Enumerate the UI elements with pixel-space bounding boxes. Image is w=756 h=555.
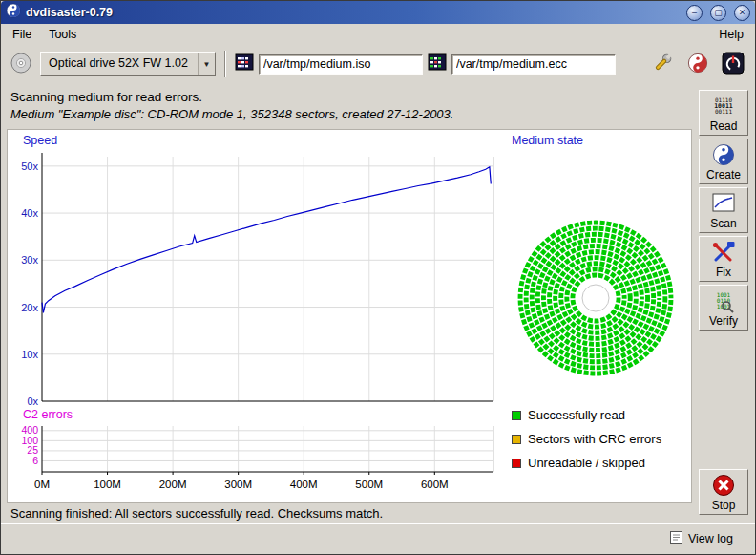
headline-line2: Medium "Example disc": CD-ROM mode 1, 35…: [10, 107, 682, 121]
drive-select[interactable]: Optical drive 52X FW 1.02 ▼: [40, 52, 216, 76]
speed-chart: 0x10x20x30x40x50x: [13, 149, 495, 405]
wrench-icon: [651, 52, 674, 77]
toolbar: Optical drive 52X FW 1.02 ▼: [1, 45, 755, 83]
scan-graph-icon: [712, 191, 735, 216]
menubar: File Tools Help: [1, 24, 755, 45]
preferences-button[interactable]: [648, 49, 677, 80]
about-button[interactable]: [684, 50, 711, 79]
stop-icon: [712, 473, 735, 498]
svg-text:0M: 0M: [34, 479, 50, 490]
scan-button-label: Scan: [710, 217, 736, 230]
svg-text:50x: 50x: [21, 160, 38, 172]
menu-file[interactable]: File: [4, 26, 40, 43]
yin-yang-red-icon: [687, 53, 708, 76]
fix-button-label: Fix: [716, 266, 731, 279]
view-log-button[interactable]: View log: [663, 529, 740, 548]
minimize-button[interactable]: –: [686, 5, 703, 21]
c2-chart-title: C2 errors: [23, 408, 73, 421]
yin-yang-blue-icon: [712, 142, 735, 167]
menu-help[interactable]: Help: [710, 26, 752, 43]
legend-label-success: Successfully read: [528, 408, 625, 422]
ecc-path-input[interactable]: [452, 54, 616, 75]
stop-button[interactable]: Stop: [699, 469, 748, 515]
c2-errors-chart: 4001002560M100M200M300M400M500M600M: [13, 422, 495, 499]
verify-button-label: Verify: [709, 314, 738, 328]
legend-label-crc: Sectors with CRC errors: [528, 432, 662, 446]
menu-tools[interactable]: Tools: [40, 26, 85, 43]
medium-state-legend: Successfully read Sectors with CRC error…: [512, 408, 662, 470]
medium-state-title: Medium state: [512, 134, 583, 147]
svg-text:6: 6: [32, 455, 38, 466]
svg-text:40x: 40x: [21, 207, 38, 219]
medium-state-disc: [502, 153, 689, 382]
action-sidebar: 01110 10011 00111 Read Create: [692, 83, 755, 523]
cd-drive-icon: [10, 52, 32, 77]
main-area: Scanning medium for read errors. Medium …: [1, 83, 755, 523]
drive-icon-button[interactable]: [7, 49, 35, 80]
speed-chart-title: Speed: [23, 134, 57, 147]
read-button-label: Read: [710, 119, 738, 133]
close-button[interactable]: ✕: [734, 5, 750, 21]
binary-read-icon: 01110 10011 00111: [714, 94, 733, 118]
headline: Scanning medium for read errors. Medium …: [1, 83, 692, 129]
svg-text:200M: 200M: [159, 479, 187, 490]
svg-text:400M: 400M: [290, 479, 318, 490]
magnifier-icon: [721, 300, 734, 316]
titlebar[interactable]: dvdisaster-0.79 – ▢ ✕: [1, 1, 755, 24]
app-icon: [6, 3, 21, 22]
window-title: dvdisaster-0.79: [26, 6, 679, 19]
iso-path-input[interactable]: [259, 54, 423, 75]
legend-item-crc: Sectors with CRC errors: [512, 432, 662, 446]
power-icon: [722, 52, 745, 77]
log-file-icon: [670, 531, 682, 546]
svg-text:600M: 600M: [421, 479, 449, 490]
iso-file-icon: [235, 53, 254, 75]
stop-button-label: Stop: [712, 499, 736, 512]
legend-swatch-unreadable: [512, 459, 521, 468]
headline-line1: Scanning medium for read errors.: [10, 90, 682, 104]
crossed-tools-icon: [711, 240, 736, 265]
app-window: dvdisaster-0.79 – ▢ ✕ File Tools Help Op…: [0, 0, 756, 555]
drive-select-value: Optical drive 52X FW 1.02: [41, 53, 198, 75]
legend-label-unreadable: Unreadable / skipped: [528, 456, 645, 470]
fix-button[interactable]: Fix: [699, 236, 748, 282]
legend-item-success: Successfully read: [512, 408, 662, 422]
scan-button[interactable]: Scan: [699, 187, 748, 233]
legend-swatch-success: [512, 411, 521, 420]
quit-button[interactable]: [719, 49, 747, 80]
svg-text:100M: 100M: [94, 479, 121, 490]
view-log-label: View log: [688, 532, 733, 545]
binary-magnifier-icon: 1001 0110 1001: [717, 288, 730, 313]
svg-text:300M: 300M: [224, 479, 252, 490]
read-button[interactable]: 01110 10011 00111 Read: [699, 90, 748, 136]
legend-item-unreadable: Unreadable / skipped: [512, 456, 662, 470]
create-button-label: Create: [706, 168, 741, 181]
svg-text:20x: 20x: [21, 302, 38, 313]
svg-text:30x: 30x: [21, 254, 38, 266]
svg-text:0x: 0x: [27, 395, 38, 405]
legend-swatch-crc: [512, 435, 521, 444]
chart-canvas: Speed 0x10x20x30x40x50x C2 errors 400100…: [7, 129, 692, 503]
scan-result-status: Scanning finished: All sectors successfu…: [1, 503, 692, 523]
toolbar-separator: [224, 51, 226, 77]
create-button[interactable]: Create: [699, 139, 748, 184]
svg-text:10x: 10x: [21, 349, 38, 360]
svg-text:500M: 500M: [355, 479, 383, 490]
verify-button[interactable]: 1001 0110 1001 Verify: [699, 285, 748, 331]
maximize-button[interactable]: ▢: [710, 5, 726, 21]
ecc-file-icon: [428, 53, 447, 75]
footer-bar: View log: [1, 523, 755, 554]
chevron-down-icon: ▼: [198, 53, 215, 75]
